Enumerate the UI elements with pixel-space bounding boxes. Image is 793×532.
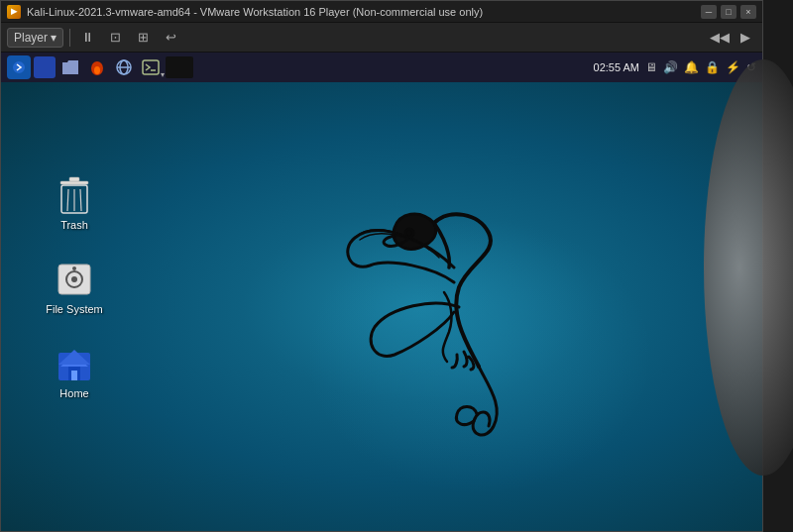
terminal-dropdown-arrow: ▾: [161, 70, 165, 79]
notifications-icon[interactable]: 🔔: [684, 60, 699, 74]
close-button[interactable]: ×: [740, 5, 756, 19]
window-controls: ─ □ ×: [701, 5, 756, 19]
taskbar-terminal-icon[interactable]: ▾: [139, 55, 163, 79]
taskbar-folder-icon[interactable]: [58, 55, 82, 79]
audio-next-button[interactable]: ▶: [735, 27, 756, 49]
filesystem-icon: [55, 260, 94, 299]
svg-rect-21: [71, 371, 77, 380]
kali-menu-icon[interactable]: [7, 55, 31, 79]
guest-os-area: Trash File System: [1, 82, 762, 531]
maximize-button[interactable]: □: [721, 5, 736, 19]
home-icon: [55, 344, 94, 383]
full-screen-button[interactable]: ⊞: [132, 27, 154, 49]
svg-point-16: [71, 276, 77, 282]
player-dropdown-arrow: ▾: [51, 31, 57, 45]
toolbar-separator-1: [69, 29, 70, 47]
svg-rect-9: [69, 177, 79, 181]
taskbar-globe-icon[interactable]: [112, 55, 136, 79]
audio-prev-button[interactable]: ◀◀: [709, 27, 731, 49]
lock-icon[interactable]: 🔒: [705, 60, 720, 74]
taskbar-right-area: 02:55 AM 🖥 🔊 🔔 🔒 ⚡ ↺: [594, 60, 756, 74]
desktop-icon-home[interactable]: Home: [39, 340, 110, 404]
vmware-window: ▶ Kali-Linux-2021.3-vmware-amd64 - VMwar…: [0, 0, 763, 532]
taskbar-clock: 02:55 AM: [594, 61, 639, 73]
player-label: Player: [14, 31, 48, 45]
svg-line-11: [67, 189, 68, 211]
volume-icon[interactable]: 🔊: [663, 60, 678, 74]
kali-desktop: Trash File System: [1, 82, 762, 531]
trash-icon: [55, 175, 94, 215]
player-menu-button[interactable]: Player ▾: [7, 28, 63, 48]
minimize-button[interactable]: ─: [701, 5, 717, 19]
send-ctrl-alt-del-button[interactable]: ⊡: [104, 27, 126, 49]
svg-line-13: [80, 189, 81, 211]
pause-button[interactable]: ⏸: [76, 27, 98, 49]
home-label: Home: [59, 387, 88, 400]
desktop-icon-trash[interactable]: Trash: [39, 171, 110, 236]
screen-icon[interactable]: 🖥: [645, 60, 657, 74]
svg-rect-8: [60, 181, 88, 184]
svg-point-17: [72, 266, 76, 270]
taskbar-active-window[interactable]: [166, 56, 193, 78]
filesystem-label: File System: [46, 303, 102, 316]
kali-dragon-logo: [281, 188, 558, 426]
taskbar-fire-icon[interactable]: [85, 55, 109, 79]
power-icon[interactable]: ⚡: [726, 60, 740, 74]
svg-point-1: [94, 66, 100, 74]
trash-label: Trash: [60, 219, 88, 232]
desktop-icon-filesystem[interactable]: File System: [39, 256, 110, 320]
kali-taskbar: ▾ 02:55 AM 🖥 🔊 🔔 🔒 ⚡ ↺: [1, 53, 762, 82]
toolbar-right: ◀◀ ▶: [709, 27, 756, 49]
title-bar: ▶ Kali-Linux-2021.3-vmware-amd64 - VMwar…: [1, 1, 762, 23]
vmware-icon: ▶: [7, 5, 21, 19]
vmware-toolbar: Player ▾ ⏸ ⊡ ⊞ ↩ ◀◀ ▶: [1, 23, 762, 53]
window-title: Kali-Linux-2021.3-vmware-amd64 - VMware …: [27, 6, 483, 18]
unity-button[interactable]: ↩: [160, 27, 181, 49]
taskbar-icon-1[interactable]: [34, 56, 56, 78]
